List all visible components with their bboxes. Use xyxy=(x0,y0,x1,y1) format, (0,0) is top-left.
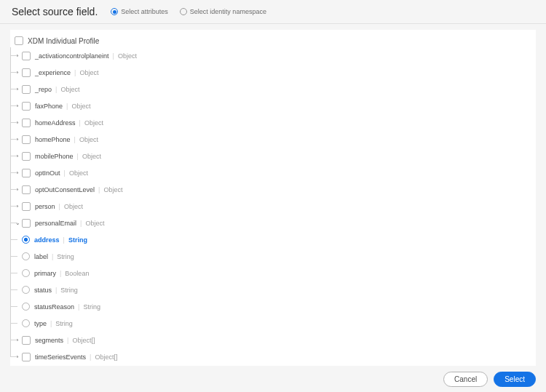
radio-label: Select identity namespace xyxy=(190,8,266,15)
leaf-name: primary xyxy=(34,270,56,277)
chevron-right-icon[interactable]: › xyxy=(15,86,20,92)
checkbox[interactable] xyxy=(22,336,31,345)
chevron-right-icon[interactable]: › xyxy=(15,103,20,109)
radio-label: Select attributes xyxy=(121,8,168,15)
checkbox[interactable] xyxy=(22,119,31,127)
divider: | xyxy=(79,119,81,127)
chevron-right-icon[interactable]: › xyxy=(15,136,20,143)
tree-leaf-primary[interactable]: primary|Boolean xyxy=(15,265,529,281)
dialog-footer: Cancel Select xyxy=(0,366,546,392)
chevron-right-icon[interactable]: › xyxy=(15,52,20,59)
leaf-type: Boolean xyxy=(65,270,89,277)
leaf-type: String xyxy=(60,287,78,294)
tree-node-_repo[interactable]: ›_repo|Object xyxy=(15,81,529,97)
checkbox[interactable] xyxy=(22,68,31,77)
checkbox[interactable] xyxy=(15,36,23,45)
divider: | xyxy=(63,236,65,244)
radio-select-attributes[interactable]: Select attributes xyxy=(111,8,168,15)
checkbox[interactable] xyxy=(22,202,31,211)
chevron-right-icon[interactable]: › xyxy=(15,119,20,126)
radio-icon[interactable] xyxy=(22,269,30,277)
chevron-right-icon[interactable]: › xyxy=(15,203,20,209)
radio-icon[interactable] xyxy=(22,252,30,260)
node-type: Object xyxy=(79,136,98,143)
dialog-title: Select source field. xyxy=(12,6,98,17)
leaf-type: String xyxy=(57,253,74,260)
divider: | xyxy=(113,52,114,60)
leaf-type: String xyxy=(68,236,87,244)
cancel-button[interactable]: Cancel xyxy=(443,372,488,387)
node-type: Object xyxy=(82,153,101,160)
tree-node-personalEmail[interactable]: ⌄personalEmail|Object xyxy=(15,215,529,231)
node-name: _repo xyxy=(35,86,52,93)
node-type: Object[] xyxy=(72,337,95,344)
tree-leaf-label[interactable]: label|String xyxy=(15,248,529,265)
radio-select-identity-namespace[interactable]: Select identity namespace xyxy=(180,8,266,15)
checkbox[interactable] xyxy=(22,85,31,94)
divider: | xyxy=(98,186,100,193)
checkbox[interactable] xyxy=(22,169,31,177)
leaf-type: String xyxy=(83,303,100,311)
tree-node-homePhone[interactable]: ›homePhone|Object xyxy=(15,131,529,148)
divider: | xyxy=(67,337,68,344)
select-button[interactable]: Select xyxy=(494,372,536,387)
schema-tree-panel[interactable]: XDM Individual Profile ›_activationcontr… xyxy=(10,30,536,366)
checkbox[interactable] xyxy=(22,152,31,161)
chevron-right-icon[interactable]: › xyxy=(15,353,20,360)
tree-leaf-address[interactable]: address|String xyxy=(15,231,529,248)
node-type: Object xyxy=(79,69,98,76)
checkbox[interactable] xyxy=(22,135,31,144)
tree-leaf-type[interactable]: type|String xyxy=(15,315,529,332)
checkbox[interactable] xyxy=(22,52,31,60)
chevron-right-icon[interactable]: › xyxy=(15,169,20,176)
tree-node-timeSeriesEvents[interactable]: ›timeSeriesEvents|Object[] xyxy=(15,348,529,365)
tree-node-optOutConsentLevel[interactable]: ›optOutConsentLevel|Object xyxy=(15,181,529,198)
node-name: segments xyxy=(35,337,63,344)
node-type: Object[] xyxy=(95,353,117,361)
chevron-down-icon[interactable]: ⌄ xyxy=(15,220,20,226)
tree-node-person[interactable]: ›person|Object xyxy=(15,198,529,215)
node-name: _experience xyxy=(35,69,71,76)
chevron-right-icon[interactable]: › xyxy=(15,337,20,343)
divider: | xyxy=(74,69,76,76)
divider: | xyxy=(78,303,79,311)
leaf-name: address xyxy=(34,236,60,244)
tree-node-mobilePhone[interactable]: ›mobilePhone|Object xyxy=(15,148,529,164)
tree-root-row[interactable]: XDM Individual Profile xyxy=(15,34,529,47)
divider: | xyxy=(55,287,57,294)
checkbox[interactable] xyxy=(22,185,31,194)
checkbox[interactable] xyxy=(22,353,31,361)
node-name: _activationcontrolplaneint xyxy=(35,52,109,60)
tree-leaf-status[interactable]: status|String xyxy=(15,281,529,298)
divider: | xyxy=(80,220,82,227)
tree-node-_experience[interactable]: ›_experience|Object xyxy=(15,64,529,81)
chevron-right-icon[interactable]: › xyxy=(15,186,20,193)
chevron-right-icon[interactable]: › xyxy=(15,69,20,76)
divider: | xyxy=(90,353,91,361)
tree-node-homeAddress[interactable]: ›homeAddress|Object xyxy=(15,114,529,131)
chevron-right-icon[interactable]: › xyxy=(15,153,20,159)
tree-node-faxPhone[interactable]: ›faxPhone|Object xyxy=(15,97,529,114)
node-name: mobilePhone xyxy=(35,153,74,160)
node-name: homeAddress xyxy=(35,119,76,127)
node-type: Object xyxy=(71,103,90,110)
node-name: personalEmail xyxy=(35,220,76,227)
divider: | xyxy=(55,86,57,93)
leaf-name: label xyxy=(34,253,48,260)
tree-node-optInOut[interactable]: ›optInOut|Object xyxy=(15,164,529,181)
tree-node-segments[interactable]: ›segments|Object[] xyxy=(15,332,529,348)
checkbox[interactable] xyxy=(22,219,31,228)
radio-icon[interactable] xyxy=(22,303,30,311)
divider: | xyxy=(50,320,52,327)
checkbox[interactable] xyxy=(22,102,31,111)
leaf-name: status xyxy=(34,287,52,294)
tree-leaf-statusReason[interactable]: statusReason|String xyxy=(15,298,529,315)
radio-icon[interactable] xyxy=(22,236,30,244)
divider: | xyxy=(60,270,61,277)
radio-icon[interactable] xyxy=(22,319,30,327)
radio-icon[interactable] xyxy=(22,286,30,294)
tree-node-_activationcontrolplaneint[interactable]: ›_activationcontrolplaneint|Object xyxy=(15,47,529,64)
schema-tree: XDM Individual Profile ›_activationcontr… xyxy=(15,34,529,365)
node-type: Object xyxy=(69,169,88,177)
leaf-type: String xyxy=(55,320,73,327)
